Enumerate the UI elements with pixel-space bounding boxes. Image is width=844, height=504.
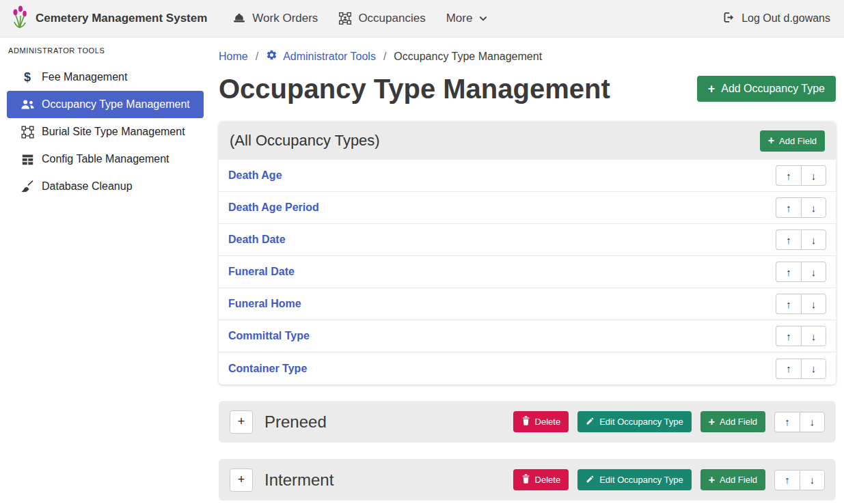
move-up-button[interactable]: ↑ bbox=[776, 197, 801, 218]
table-icon bbox=[20, 154, 35, 165]
move-down-button[interactable]: ↓ bbox=[801, 326, 826, 346]
nav-label: Work Orders bbox=[252, 12, 318, 25]
trash-icon bbox=[521, 416, 530, 428]
all-occupancy-types-panel: (All Occupancy Types) + Add Field Death … bbox=[219, 122, 836, 384]
hard-hat-icon bbox=[232, 12, 246, 25]
reorder-controls: ↑ ↓ bbox=[774, 412, 825, 432]
section-interment: + Interment Delete bbox=[219, 459, 836, 501]
field-row: Death Age ↑ ↓ bbox=[219, 160, 836, 192]
plus-icon: + bbox=[708, 83, 716, 95]
field-link-funeral-home[interactable]: Funeral Home bbox=[228, 298, 301, 310]
sidebar-item-config-table-management[interactable]: Config Table Management bbox=[7, 145, 204, 173]
move-up-button[interactable]: ↑ bbox=[774, 470, 800, 490]
expand-button[interactable]: + bbox=[230, 468, 253, 492]
reorder-controls: ↑ ↓ bbox=[776, 165, 826, 186]
field-link-death-date[interactable]: Death Date bbox=[228, 234, 286, 246]
pencil-icon bbox=[586, 475, 595, 486]
field-link-container-type[interactable]: Container Type bbox=[228, 363, 307, 375]
nav-label: More bbox=[446, 12, 473, 25]
nav-occupancies[interactable]: Occupancies bbox=[328, 6, 435, 31]
brand[interactable]: Cemetery Management System bbox=[11, 5, 207, 31]
move-down-button[interactable]: ↓ bbox=[801, 165, 826, 186]
logout-button[interactable]: Log Out d.gowans bbox=[720, 5, 833, 32]
sidebar-item-label: Burial Site Type Management bbox=[42, 126, 185, 138]
breadcrumb: Home / Administrator Tools / Occupancy T… bbox=[219, 47, 836, 64]
delete-button[interactable]: Delete bbox=[513, 469, 569, 490]
field-row: Funeral Home ↑ ↓ bbox=[219, 288, 836, 320]
nav-work-orders[interactable]: Work Orders bbox=[222, 6, 328, 31]
section-actions: Delete Edit Occupancy Type + Add Field ↑ bbox=[513, 411, 825, 432]
move-up-button[interactable]: ↑ bbox=[776, 165, 801, 186]
move-up-button[interactable]: ↑ bbox=[776, 326, 801, 346]
breadcrumb-separator: / bbox=[383, 51, 386, 63]
reorder-controls: ↑ ↓ bbox=[776, 197, 826, 218]
field-link-committal-type[interactable]: Committal Type bbox=[228, 330, 310, 342]
users-icon bbox=[20, 98, 35, 111]
move-up-button[interactable]: ↑ bbox=[776, 229, 801, 250]
field-row: Death Date ↑ ↓ bbox=[219, 224, 836, 256]
breadcrumb-current: Occupancy Type Management bbox=[394, 51, 542, 63]
field-row: Committal Type ↑ ↓ bbox=[219, 320, 836, 352]
broom-icon bbox=[20, 180, 35, 193]
move-down-button[interactable]: ↓ bbox=[801, 229, 826, 250]
move-down-button[interactable]: ↓ bbox=[800, 470, 825, 490]
delete-button[interactable]: Delete bbox=[513, 411, 569, 432]
top-navbar: Cemetery Management System Work Orders bbox=[0, 0, 844, 38]
sidebar-heading: ADMINISTRATOR TOOLS bbox=[0, 44, 210, 55]
logout-label: Log Out d.gowans bbox=[741, 12, 830, 25]
sidebar-item-label: Database Cleanup bbox=[42, 180, 133, 193]
breadcrumb-separator: / bbox=[256, 51, 258, 63]
logout-icon bbox=[722, 11, 735, 27]
reorder-controls: ↑ ↓ bbox=[774, 470, 825, 490]
trash-icon bbox=[521, 474, 530, 486]
add-occupancy-type-button[interactable]: + Add Occupancy Type bbox=[697, 76, 836, 102]
chevron-down-icon bbox=[478, 14, 488, 23]
sidebar-item-label: Fee Management bbox=[42, 71, 127, 83]
dollar-icon: $ bbox=[20, 71, 35, 83]
move-down-button[interactable]: ↓ bbox=[801, 359, 826, 379]
move-up-button[interactable]: ↑ bbox=[776, 359, 801, 379]
panel-header: (All Occupancy Types) + Add Field bbox=[219, 122, 836, 160]
move-down-button[interactable]: ↓ bbox=[800, 412, 825, 432]
field-link-death-age-period[interactable]: Death Age Period bbox=[228, 201, 319, 214]
occupancy-frame-icon bbox=[338, 12, 352, 25]
breadcrumb-admin-tools-link[interactable]: Administrator Tools bbox=[266, 49, 376, 64]
add-field-button[interactable]: + Add Field bbox=[700, 411, 765, 432]
main-nav: Work Orders Occupancies More bbox=[222, 6, 498, 31]
pencil-icon bbox=[586, 417, 595, 428]
sidebar-item-occupancy-type-management[interactable]: Occupancy Type Management bbox=[7, 91, 204, 118]
field-link-death-age[interactable]: Death Age bbox=[228, 169, 282, 182]
field-link-funeral-date[interactable]: Funeral Date bbox=[228, 266, 295, 278]
sidebar-item-label: Config Table Management bbox=[42, 153, 169, 165]
add-field-button[interactable]: + Add Field bbox=[760, 130, 825, 152]
move-down-button[interactable]: ↓ bbox=[801, 197, 826, 218]
plus-icon: + bbox=[709, 475, 715, 486]
gear-icon bbox=[266, 49, 277, 64]
tulip-logo-icon bbox=[11, 5, 29, 31]
edit-occupancy-type-button[interactable]: Edit Occupancy Type bbox=[577, 469, 692, 490]
reorder-controls: ↑ ↓ bbox=[776, 229, 826, 250]
sidebar-item-database-cleanup[interactable]: Database Cleanup bbox=[7, 173, 204, 200]
section-title: Interment bbox=[264, 471, 333, 490]
move-down-button[interactable]: ↓ bbox=[801, 262, 826, 282]
move-up-button[interactable]: ↑ bbox=[776, 294, 801, 314]
expand-button[interactable]: + bbox=[230, 410, 253, 434]
sidebar-item-fee-management[interactable]: $ Fee Management bbox=[7, 64, 204, 91]
edit-occupancy-type-button[interactable]: Edit Occupancy Type bbox=[577, 411, 692, 432]
move-up-button[interactable]: ↑ bbox=[774, 412, 800, 432]
move-down-button[interactable]: ↓ bbox=[801, 294, 826, 314]
section-preneed: + Preneed Delete bbox=[219, 401, 836, 443]
add-field-button[interactable]: + Add Field bbox=[700, 469, 765, 490]
sidebar-item-burial-site-type-management[interactable]: Burial Site Type Management bbox=[7, 118, 204, 145]
move-up-button[interactable]: ↑ bbox=[776, 262, 801, 282]
field-row: Death Age Period ↑ ↓ bbox=[219, 192, 836, 224]
nav-more[interactable]: More bbox=[436, 6, 499, 31]
breadcrumb-home-link[interactable]: Home bbox=[219, 51, 248, 63]
sidebar-item-label: Occupancy Type Management bbox=[42, 98, 190, 111]
reorder-controls: ↑ ↓ bbox=[776, 294, 826, 314]
field-row: Container Type ↑ ↓ bbox=[219, 352, 836, 384]
section-actions: Delete Edit Occupancy Type + Add Field ↑ bbox=[513, 469, 825, 490]
vector-square-icon bbox=[20, 126, 35, 139]
field-row: Funeral Date ↑ ↓ bbox=[219, 256, 836, 288]
nav-label: Occupancies bbox=[358, 12, 425, 25]
